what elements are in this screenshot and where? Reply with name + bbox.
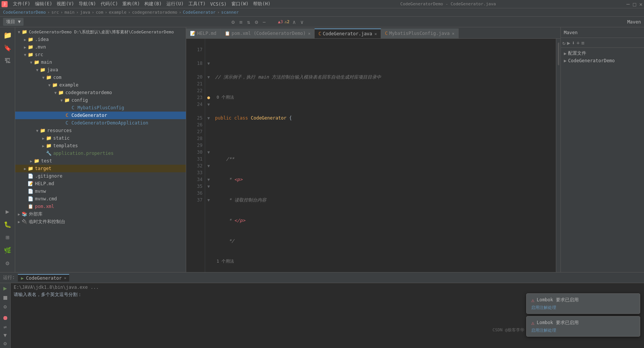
- fold-20[interactable]: ▼: [207, 75, 210, 80]
- strip-structure-icon[interactable]: 🏗: [2, 55, 14, 67]
- tab-pomxml-close[interactable]: ✕: [308, 31, 311, 36]
- menu-item-build[interactable]: 构建(B): [142, 0, 164, 8]
- maven-download-icon[interactable]: ⬇: [572, 40, 575, 46]
- menu-item-help[interactable]: 帮助(H): [251, 0, 273, 8]
- fold-18[interactable]: ▼: [207, 61, 210, 66]
- run-tab-close[interactable]: ✕: [64, 276, 66, 280]
- nav-down-icon[interactable]: ∨: [299, 18, 305, 26]
- tree-example[interactable]: ▼ 📁 example: [15, 81, 186, 89]
- maven-menu-icon[interactable]: ≡: [581, 40, 584, 46]
- tree-appprop[interactable]: ▶ 🔧 application.properties: [15, 150, 186, 157]
- menu-item-vcs[interactable]: VCS(S): [208, 1, 229, 8]
- toolbar-gear-icon[interactable]: ⚙: [253, 18, 259, 26]
- breadcrumb-codegeneratordemo[interactable]: codegeneratorademo: [132, 10, 177, 15]
- tree-app[interactable]: ▶ C CodeGeneratorDemoApplication: [15, 119, 186, 127]
- code-content[interactable]: // 演示例子，执行 main 方法控制台输入模块表名回车自动生成对应项目目录中…: [212, 39, 556, 272]
- fold-25[interactable]: ▼: [207, 116, 210, 121]
- tree-idea[interactable]: ▶ 📁 .idea: [15, 36, 186, 43]
- run-toolbar-rerun[interactable]: ▶: [3, 285, 7, 292]
- tab-mybatisplusconfig-close[interactable]: ✕: [452, 31, 454, 36]
- menu-item-view[interactable]: 视图(V): [54, 0, 76, 8]
- run-toolbar-scroll[interactable]: ⏺: [2, 314, 8, 321]
- maven-add-icon[interactable]: +: [576, 40, 579, 46]
- strip-debug-icon[interactable]: 🐛: [2, 218, 14, 230]
- run-toolbar-settings[interactable]: ⚙: [3, 304, 6, 310]
- toolbar-sort-icon[interactable]: ⇅: [245, 18, 252, 26]
- tree-mvn[interactable]: ▶ 📁 .mvn: [15, 43, 186, 51]
- run-toolbar-cog[interactable]: ⚙: [3, 340, 6, 346]
- breadcrumb-com[interactable]: com: [96, 10, 103, 15]
- breadcrumb-java[interactable]: java: [80, 10, 90, 15]
- toolbar-list-icon[interactable]: ≡: [238, 18, 244, 26]
- tab-mybatisplusconfig[interactable]: C MybatisPlusConfig.java ✕: [381, 28, 459, 38]
- breadcrumb-src[interactable]: src: [51, 10, 59, 15]
- tree-com[interactable]: ▼ 📁 com: [15, 74, 186, 81]
- fold-35[interactable]: ▼: [207, 184, 210, 189]
- tree-pomxml[interactable]: ▶ 📋 pom.xml: [15, 203, 186, 210]
- tab-codegenerator[interactable]: C CodeGenerator.java ✕: [315, 28, 381, 38]
- breadcrumb-example[interactable]: example: [109, 10, 126, 15]
- tree-config[interactable]: ▼ 📁 config: [15, 96, 186, 104]
- editor[interactable]: 17 18 20 21 22 23 24 25 26 27 28 29 30: [186, 39, 560, 272]
- tree-mvnwcmd[interactable]: ▶ 📄 mvnw.cmd: [15, 195, 186, 203]
- maven-item-profiles[interactable]: ▶ 配置文件: [561, 49, 644, 57]
- tree-root[interactable]: ▼ 📁 CodeGeneratorDemo D:\系统默认\桌面\博客素材\Co…: [15, 28, 186, 36]
- menu-item-tools[interactable]: 工具(T): [186, 0, 208, 8]
- strip-run-icon[interactable]: ▶: [2, 205, 14, 217]
- breadcrumb-method[interactable]: scanner: [221, 10, 239, 15]
- run-tab-active[interactable]: ▶ CodeGenerator ✕: [18, 274, 69, 282]
- menu-item-code[interactable]: 代码(C): [98, 0, 120, 8]
- menu-item-run[interactable]: 运行(U): [164, 0, 186, 8]
- tree-codegeneratordemo[interactable]: ▼ 📁 codegeneratordemo: [15, 89, 186, 96]
- tree-target[interactable]: ▶ 📁 target: [15, 165, 186, 172]
- tree-java[interactable]: ▼ 📁 java: [15, 66, 186, 74]
- toolbar-minus-icon[interactable]: −: [261, 18, 267, 26]
- tree-codegenerator[interactable]: ▶ C CodeGenerator: [15, 112, 186, 119]
- tree-temp-files[interactable]: ▶ 🔌 临时文件和控制台: [15, 218, 186, 225]
- maven-item-project[interactable]: ▶ CodeGeneratorDemo: [561, 57, 644, 64]
- menu-item-file[interactable]: 文件(F): [11, 0, 33, 8]
- strip-terminal-icon[interactable]: ⊞: [2, 231, 14, 243]
- strip-project-icon[interactable]: 📁: [2, 29, 14, 41]
- tree-test[interactable]: ▶ 📁 test: [15, 157, 186, 165]
- maven-run-icon[interactable]: ▶: [567, 40, 570, 46]
- strip-git-icon[interactable]: 🌿: [2, 244, 14, 256]
- breadcrumb-root[interactable]: CodeGeneratorDemo: [3, 10, 46, 15]
- run-toolbar-stop[interactable]: ⏹: [2, 294, 8, 301]
- run-toolbar-filter[interactable]: ▼: [3, 332, 6, 338]
- run-toolbar-wrap[interactable]: ⇌: [3, 324, 6, 330]
- menu-item-refactor[interactable]: 重构(R): [120, 0, 142, 8]
- nav-up-icon[interactable]: ∧: [291, 18, 297, 26]
- tab-codegenerator-close[interactable]: ✕: [375, 31, 377, 36]
- menu-item-edit[interactable]: 编辑(E): [33, 0, 55, 8]
- notification-1-button[interactable]: 启用注解处理: [531, 305, 635, 310]
- strip-settings-icon[interactable]: ⚙: [2, 257, 14, 269]
- fold-34[interactable]: ▼: [207, 177, 210, 182]
- tree-mybatisplusconfig[interactable]: ▶ C MybatisPlusConfig: [15, 104, 186, 112]
- project-dropdown[interactable]: 项目 ▼: [3, 18, 24, 26]
- fold-24[interactable]: ▼: [207, 102, 210, 107]
- tree-gitignore[interactable]: ▶ 📄 .gitignore: [15, 172, 186, 180]
- breadcrumb-class[interactable]: CodeGenerator: [183, 10, 215, 15]
- editor-scrollbar[interactable]: [556, 39, 560, 272]
- notification-2-button[interactable]: 启用注解处理: [531, 328, 635, 333]
- toolbar-settings-icon[interactable]: ⚙: [230, 18, 236, 26]
- strip-bookmark-icon[interactable]: 🔖: [2, 42, 14, 54]
- fold-30[interactable]: ▼: [207, 150, 210, 155]
- maven-refresh-icon[interactable]: ↻: [562, 40, 565, 46]
- tree-mvnw[interactable]: ▶ 📄 mvnw: [15, 187, 186, 195]
- tree-resources[interactable]: ▼ 📁 resources: [15, 127, 186, 134]
- tree-src[interactable]: ▼ 📁 src: [15, 51, 186, 58]
- tree-external-libs[interactable]: ▶ 📚 外部库: [15, 210, 186, 218]
- fold-32[interactable]: ▼: [207, 164, 210, 168]
- fold-37[interactable]: ▼: [207, 198, 210, 203]
- breadcrumb-main[interactable]: main: [65, 10, 75, 15]
- tree-main[interactable]: ▼ 📁 main: [15, 58, 186, 66]
- tab-pomxml[interactable]: 📋 pom.xml (CodeGeneratorDemo) ✕: [221, 28, 315, 38]
- menu-item-window[interactable]: 窗口(W): [229, 0, 251, 8]
- window-controls[interactable]: ─ □ ✕: [627, 1, 642, 7]
- tree-templates[interactable]: ▶ 📁 templates: [15, 142, 186, 150]
- menu-item-nav[interactable]: 导航(N): [76, 0, 98, 8]
- tree-static[interactable]: ▶ 📁 static: [15, 134, 186, 142]
- tab-helpmd[interactable]: 📝 HELP.md: [186, 28, 221, 38]
